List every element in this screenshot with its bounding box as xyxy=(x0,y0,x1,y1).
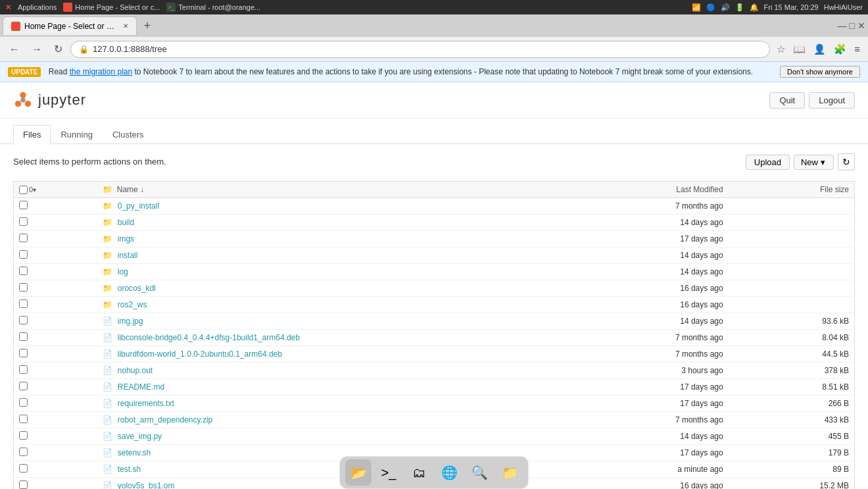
taskbar-icon-browser[interactable]: 🌐 xyxy=(436,459,462,486)
row-size-cell: 93.6 kB xyxy=(729,313,855,330)
table-row: 📄 liburdfdom-world_1.0.0-2ubuntu0.1_arm6… xyxy=(14,346,855,363)
row-size-cell: 8.04 kB xyxy=(729,330,855,346)
extensions-button[interactable]: 🧩 xyxy=(831,41,849,58)
migration-plan-link[interactable]: the migration plan xyxy=(70,67,132,76)
address-bar[interactable]: 🔒 127.0.0.1:8888/tree xyxy=(70,41,770,58)
tab-files[interactable]: Files xyxy=(13,125,51,144)
file-link[interactable]: build xyxy=(118,218,134,227)
row-checkbox[interactable] xyxy=(19,431,28,440)
file-link[interactable]: ros2_ws xyxy=(118,300,147,309)
file-link[interactable]: img.jpg xyxy=(118,317,143,326)
header-name[interactable]: 📁 Name ↓ xyxy=(97,182,518,198)
row-checkbox[interactable] xyxy=(19,234,28,242)
close-button[interactable]: ✕ xyxy=(857,20,865,31)
reader-button[interactable]: 📖 xyxy=(790,41,808,58)
row-checkbox[interactable] xyxy=(19,464,28,473)
row-name-cell: 📄 liburdfdom-world_1.0.0-2ubuntu0.1_arm6… xyxy=(97,346,518,363)
row-checkbox[interactable] xyxy=(19,349,28,357)
row-checkbox[interactable] xyxy=(19,267,28,275)
taskbar-icon-files[interactable]: 📂 xyxy=(345,459,372,486)
tab-running[interactable]: Running xyxy=(51,125,102,143)
os-bar-left: ✕ Applications Home Page - Select or c..… xyxy=(5,3,260,12)
upload-button[interactable]: Upload xyxy=(746,155,790,170)
file-link[interactable]: robot_arm_dependency.zip xyxy=(118,415,213,425)
row-size-cell xyxy=(729,247,855,264)
bookmark-button[interactable]: ☆ xyxy=(774,41,788,58)
account-button[interactable]: 👤 xyxy=(811,41,829,58)
file-link[interactable]: liburdfdom-world_1.0.0-2ubuntu0.1_arm64.… xyxy=(118,349,282,359)
os-apps-label: Applications xyxy=(18,3,57,11)
new-button[interactable]: New ▾ xyxy=(794,155,834,170)
header-modified[interactable]: Last Modified xyxy=(518,182,729,198)
table-row: 📄 nohup.out 3 hours ago 378 kB xyxy=(14,363,855,379)
file-link[interactable]: requirements.txt xyxy=(118,399,174,408)
row-checkbox-cell xyxy=(14,379,98,396)
maximize-button[interactable]: □ xyxy=(850,20,855,31)
file-link[interactable]: imgs xyxy=(118,234,134,244)
forward-button[interactable]: → xyxy=(28,41,46,58)
file-link[interactable]: orocos_kdl xyxy=(118,284,156,293)
dont-show-button[interactable]: Don't show anymore xyxy=(780,66,860,78)
svg-point-2 xyxy=(25,101,31,107)
back-button[interactable]: ← xyxy=(5,41,24,58)
row-name-cell: 📁 ros2_ws xyxy=(97,297,518,313)
row-checkbox[interactable] xyxy=(19,398,28,407)
file-link[interactable]: nohup.out xyxy=(118,366,153,375)
minimize-button[interactable]: — xyxy=(838,20,847,31)
row-checkbox-cell xyxy=(14,346,98,363)
row-name-cell: 📄 libconsole-bridge0.4_0.4.4+dfsg-1build… xyxy=(97,330,518,346)
browser-tab-active[interactable]: Home Page - Select or c... ✕ xyxy=(3,16,137,35)
file-link[interactable]: setenv.sh xyxy=(118,448,151,457)
tab-clusters[interactable]: Clusters xyxy=(103,125,154,143)
file-link[interactable]: log xyxy=(118,267,128,276)
row-checkbox[interactable] xyxy=(19,382,28,390)
row-checkbox[interactable] xyxy=(19,217,28,226)
row-checkbox[interactable] xyxy=(19,283,28,292)
row-size-cell: 378 kB xyxy=(729,363,855,379)
row-checkbox[interactable] xyxy=(19,316,28,324)
row-checkbox[interactable] xyxy=(19,415,28,423)
os-volume-icon: 🔊 xyxy=(721,3,730,12)
row-checkbox[interactable] xyxy=(19,201,28,209)
row-checkbox[interactable] xyxy=(19,299,28,308)
row-modified-cell: 17 days ago xyxy=(518,231,729,247)
file-link[interactable]: README.md xyxy=(118,382,164,392)
taskbar-icon-finder[interactable]: 🗂 xyxy=(406,459,432,486)
refresh-button[interactable]: ↻ xyxy=(838,153,855,170)
row-name-cell: 📁 build xyxy=(97,215,518,231)
os-x-label: ✕ xyxy=(5,3,11,12)
row-checkbox[interactable] xyxy=(19,332,28,341)
taskbar-icon-search[interactable]: 🔍 xyxy=(466,459,493,486)
taskbar-icon-folder[interactable]: 📁 xyxy=(496,459,523,486)
new-tab-button[interactable]: + xyxy=(139,18,155,34)
file-link[interactable]: yolov5s_bs1.om xyxy=(118,481,175,489)
row-file-icon: 📄 xyxy=(103,415,112,425)
reload-button[interactable]: ↻ xyxy=(50,40,66,58)
file-link[interactable]: install xyxy=(118,251,138,260)
table-row: 📁 orocos_kdl 16 days ago xyxy=(14,280,855,297)
row-checkbox[interactable] xyxy=(19,448,28,456)
file-link[interactable]: 0_py_install xyxy=(118,201,159,211)
row-checkbox-cell xyxy=(14,412,98,428)
logout-button[interactable]: Logout xyxy=(809,92,855,109)
file-link[interactable]: save_img.py xyxy=(118,432,162,441)
tab-close-button[interactable]: ✕ xyxy=(123,22,128,30)
file-link[interactable]: libconsole-bridge0.4_0.4.4+dfsg-1build1_… xyxy=(118,333,300,342)
row-checkbox[interactable] xyxy=(19,250,28,259)
table-row: 📄 save_img.py 14 days ago 455 B xyxy=(14,428,855,445)
row-checkbox[interactable] xyxy=(19,480,28,489)
menu-button[interactable]: ≡ xyxy=(852,41,863,57)
table-row: 📄 robot_arm_dependency.zip 7 months ago … xyxy=(14,412,855,428)
taskbar-icon-terminal[interactable]: >_ xyxy=(375,459,402,486)
header-name-label: 📁 Name ↓ xyxy=(103,185,144,194)
row-checkbox[interactable] xyxy=(19,365,28,374)
row-modified-cell: 17 days ago xyxy=(518,379,729,396)
row-checkbox-cell xyxy=(14,445,98,461)
select-dropdown[interactable]: ▾ xyxy=(33,186,36,193)
row-checkbox-cell xyxy=(14,313,98,330)
quit-button[interactable]: Quit xyxy=(769,92,805,109)
file-link[interactable]: test.sh xyxy=(118,465,141,474)
nav-bar: ← → ↻ 🔒 127.0.0.1:8888/tree ☆ 📖 👤 🧩 ≡ xyxy=(0,37,868,62)
update-text-after: to Notebook 7 to learn about the new fea… xyxy=(134,67,753,76)
select-all-checkbox[interactable] xyxy=(19,186,28,194)
